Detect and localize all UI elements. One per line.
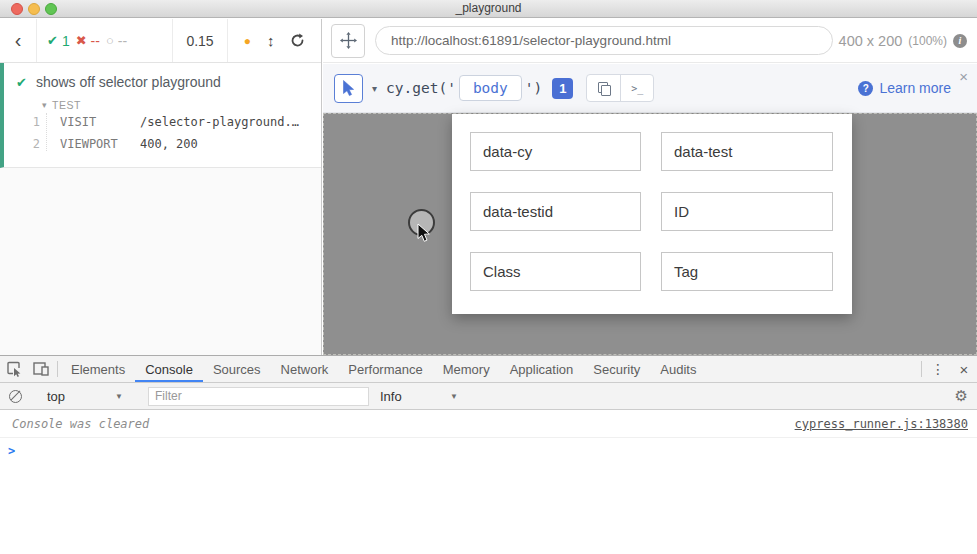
- command-row[interactable]: 1 VISIT /selector-playground.…: [4, 111, 321, 133]
- viewport-info-icon[interactable]: i: [953, 34, 967, 48]
- toolbar-divider: [57, 361, 58, 377]
- log-level-select[interactable]: Info ▼: [380, 389, 458, 404]
- command-message: 400, 200: [140, 137, 198, 151]
- aut-input-tag[interactable]: Tag: [661, 252, 833, 291]
- device-toolbar-icon: [33, 362, 49, 376]
- failed-count: --: [91, 33, 100, 49]
- tab-network[interactable]: Network: [271, 356, 339, 382]
- selector-action-buttons: >_: [586, 74, 654, 102]
- aut-iframe: data-cy data-test data-testid ID Class T…: [452, 114, 852, 314]
- selector-playground-bar: ▾ cy.get(' body ') 1 >_ ? Learn more ×: [323, 64, 977, 113]
- copy-icon: [598, 82, 610, 94]
- inspect-element-button[interactable]: [0, 356, 27, 382]
- refresh-icon: [290, 33, 305, 48]
- reporter-panel: ‹ ✔ 1 ✖ -- ○ -- 0.15 ● ↕: [0, 19, 322, 355]
- devtools-close-button[interactable]: ×: [951, 356, 977, 382]
- test-passed-check-icon: ✔: [16, 75, 27, 90]
- aut-header: http://localhost:61891/selector-playgrou…: [323, 19, 977, 63]
- reporter-toolbar: ‹ ✔ 1 ✖ -- ○ -- 0.15 ● ↕: [0, 19, 321, 63]
- devtools-panel: Elements Console Sources Network Perform…: [0, 355, 977, 554]
- match-count-badge: 1: [552, 78, 573, 99]
- collapse-caret-icon: ▾: [42, 100, 47, 110]
- test-stats: ✔ 1 ✖ -- ○ --: [37, 19, 173, 62]
- element-picker-button[interactable]: [334, 74, 363, 103]
- cursor-arrow-icon: [342, 80, 355, 97]
- reporter-controls: ● ↕: [228, 19, 321, 62]
- context-select[interactable]: top ▼: [37, 389, 129, 404]
- inspect-cursor-icon: [6, 361, 22, 377]
- test-title-row[interactable]: ✔ shows off selector playground: [4, 74, 321, 90]
- console-toolbar: top ▼ Info ▼ ⚙: [0, 383, 977, 410]
- console-settings-gear-icon[interactable]: ⚙: [955, 387, 968, 405]
- viewport-scale: (100%): [908, 34, 947, 48]
- window-titlebar: _playground: [0, 0, 977, 18]
- test-duration: 0.15: [173, 19, 228, 62]
- pending-count: --: [118, 33, 127, 49]
- test-title: shows off selector playground: [36, 74, 221, 90]
- failed-cross-icon: ✖: [76, 33, 87, 48]
- selector-code: cy.get(' body '): [386, 75, 542, 101]
- crosshair-icon: [340, 32, 357, 49]
- passed-count: 1: [62, 33, 70, 49]
- tab-console[interactable]: Console: [135, 356, 203, 382]
- toolbar-divider: [921, 361, 922, 377]
- code-prefix: cy.get(': [386, 80, 456, 96]
- learn-more-link[interactable]: ? Learn more: [858, 80, 951, 96]
- devtools-tabbar: Elements Console Sources Network Perform…: [0, 356, 977, 383]
- tab-sources[interactable]: Sources: [203, 356, 271, 382]
- restart-tests-button[interactable]: [290, 33, 305, 48]
- viewport-size-info: 400 x 200 (100%) i: [839, 33, 967, 49]
- auto-scroll-dot-icon[interactable]: ●: [244, 34, 251, 48]
- device-toolbar-button[interactable]: [27, 356, 54, 382]
- terminal-icon: >_: [631, 83, 643, 94]
- command-name: VISIT: [60, 115, 140, 129]
- command-message: /selector-playground.…: [140, 115, 299, 129]
- console-source-link[interactable]: cypress_runner.js:138380: [795, 417, 968, 431]
- test-block[interactable]: ✔ shows off selector playground ▾ TEST 1…: [0, 63, 321, 168]
- pending-circle-icon: ○: [106, 33, 114, 48]
- close-playground-button[interactable]: ×: [959, 69, 968, 84]
- aut-input-data-test[interactable]: data-test: [661, 132, 833, 171]
- selector-field-grid: data-cy data-test data-testid ID Class T…: [470, 132, 834, 291]
- aut-input-data-cy[interactable]: data-cy: [470, 132, 641, 171]
- command-number: 1: [4, 115, 40, 129]
- tab-security[interactable]: Security: [583, 356, 650, 382]
- devtools-menu-button[interactable]: ⋮: [925, 356, 951, 382]
- command-section-label: TEST: [52, 99, 81, 111]
- console-message-row: Console was cleared cypress_runner.js:13…: [0, 410, 977, 438]
- clear-console-icon[interactable]: [9, 390, 22, 403]
- tab-audits[interactable]: Audits: [650, 356, 706, 382]
- selector-playground-toggle-button[interactable]: [331, 24, 365, 58]
- viewport-dimensions: 400 x 200: [839, 33, 903, 49]
- console-filter-input[interactable]: [148, 387, 369, 406]
- question-icon: ?: [858, 81, 873, 96]
- url-input[interactable]: http://localhost:61891/selector-playgrou…: [375, 26, 833, 55]
- copy-selector-button[interactable]: [587, 75, 620, 101]
- aut-input-id[interactable]: ID: [661, 192, 833, 231]
- selector-method-dropdown[interactable]: ▾: [372, 83, 377, 94]
- console-prompt-chevron[interactable]: >: [0, 438, 977, 458]
- passed-check-icon: ✔: [47, 33, 58, 48]
- command-number: 2: [4, 137, 40, 151]
- selector-input[interactable]: body: [459, 75, 522, 101]
- tab-application[interactable]: Application: [500, 356, 584, 382]
- scale-updown-icon[interactable]: ↕: [267, 32, 275, 49]
- log-level-value: Info: [380, 389, 402, 404]
- context-select-value: top: [47, 389, 65, 404]
- tab-memory[interactable]: Memory: [433, 356, 500, 382]
- zoom-window-button[interactable]: [45, 3, 57, 15]
- tab-elements[interactable]: Elements: [61, 356, 135, 382]
- command-section-row[interactable]: ▾ TEST: [4, 99, 321, 111]
- close-window-button[interactable]: [11, 3, 23, 15]
- chevron-down-icon: ▼: [115, 392, 123, 401]
- minimize-window-button[interactable]: [28, 3, 40, 15]
- command-row[interactable]: 2 VIEWPORT 400, 200: [4, 133, 321, 155]
- print-to-console-button[interactable]: >_: [620, 75, 653, 101]
- tab-performance[interactable]: Performance: [338, 356, 432, 382]
- learn-more-label: Learn more: [879, 80, 951, 96]
- back-button[interactable]: ‹: [0, 19, 37, 62]
- window-title: _playground: [0, 0, 977, 17]
- aut-input-class[interactable]: Class: [470, 252, 641, 291]
- aut-input-data-testid[interactable]: data-testid: [470, 192, 641, 231]
- code-suffix: '): [525, 80, 542, 96]
